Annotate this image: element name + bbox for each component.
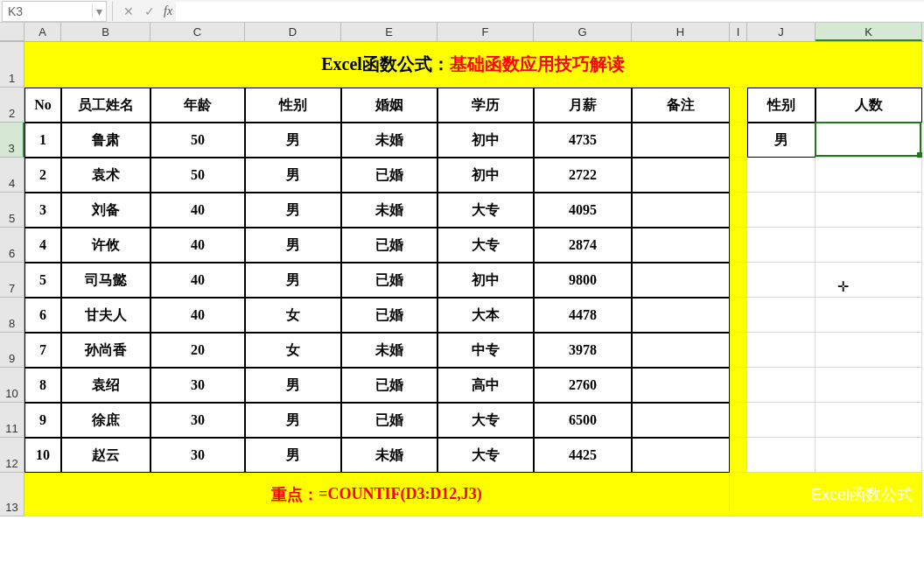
cell-E5[interactable]: 未婚 <box>341 193 438 228</box>
cell-B8[interactable]: 甘夫人 <box>61 298 150 333</box>
cell-E8[interactable]: 已婚 <box>341 298 438 333</box>
col-header-K[interactable]: K <box>816 23 922 41</box>
cell-A11[interactable]: 9 <box>24 403 61 438</box>
cell-E3[interactable]: 未婚 <box>341 123 438 158</box>
cell-K8[interactable] <box>816 298 922 333</box>
cell-B9[interactable]: 孙尚香 <box>61 333 150 368</box>
cell-E4[interactable]: 已婚 <box>341 158 438 193</box>
cell-H12[interactable] <box>632 438 730 473</box>
cell-K6[interactable] <box>816 228 922 263</box>
cell-H8[interactable] <box>632 298 730 333</box>
cell-K10[interactable] <box>816 368 922 403</box>
cell-G4[interactable]: 2722 <box>534 158 632 193</box>
cell-H6[interactable] <box>632 228 730 263</box>
cell-J3[interactable]: 男 <box>747 123 816 158</box>
cell-B7[interactable]: 司马懿 <box>61 263 150 298</box>
cell-A9[interactable]: 7 <box>24 333 61 368</box>
cell-J9[interactable] <box>747 333 816 368</box>
cell-F12[interactable]: 大专 <box>438 438 534 473</box>
col-header-D[interactable]: D <box>245 23 341 41</box>
cell-C8[interactable]: 40 <box>150 298 245 333</box>
cell-F5[interactable]: 大专 <box>438 193 534 228</box>
cell-E9[interactable]: 未婚 <box>341 333 438 368</box>
col-header-E[interactable]: E <box>341 23 438 41</box>
cell-J12[interactable] <box>747 438 816 473</box>
cell-H5[interactable] <box>632 193 730 228</box>
cell-A10[interactable]: 8 <box>24 368 61 403</box>
col-header-F[interactable]: F <box>438 23 534 41</box>
cell-A3[interactable]: 1 <box>24 123 61 158</box>
cell-B5[interactable]: 刘备 <box>61 193 150 228</box>
cell-J8[interactable] <box>747 298 816 333</box>
row-header-2[interactable]: 2 <box>0 88 24 123</box>
cell-E11[interactable]: 已婚 <box>341 403 438 438</box>
cell-H11[interactable] <box>632 403 730 438</box>
cell-G7[interactable]: 9800 <box>534 263 632 298</box>
cell-E6[interactable]: 已婚 <box>341 228 438 263</box>
cell-K11[interactable] <box>816 403 922 438</box>
cell-B6[interactable]: 许攸 <box>61 228 150 263</box>
cell-C5[interactable]: 40 <box>150 193 245 228</box>
cell-A6[interactable]: 4 <box>24 228 61 263</box>
cell-K9[interactable] <box>816 333 922 368</box>
cell-D3[interactable]: 男 <box>245 123 341 158</box>
cell-A7[interactable]: 5 <box>24 263 61 298</box>
cell-D9[interactable]: 女 <box>245 333 341 368</box>
row-header-10[interactable]: 10 <box>0 368 24 403</box>
row-header-13[interactable]: 13 <box>0 473 24 516</box>
cell-J7[interactable] <box>747 263 816 298</box>
col-header-I[interactable]: I <box>730 23 747 41</box>
cell-G9[interactable]: 3978 <box>534 333 632 368</box>
cell-D7[interactable]: 男 <box>245 263 341 298</box>
row-header-7[interactable]: 7 <box>0 263 24 298</box>
cell-E12[interactable]: 未婚 <box>341 438 438 473</box>
cell-C7[interactable]: 40 <box>150 263 245 298</box>
col-header-A[interactable]: A <box>24 23 61 41</box>
cell-H10[interactable] <box>632 368 730 403</box>
col-header-H[interactable]: H <box>632 23 730 41</box>
cell-G3[interactable]: 4735 <box>534 123 632 158</box>
cell-B12[interactable]: 赵云 <box>61 438 150 473</box>
cell-G5[interactable]: 4095 <box>534 193 632 228</box>
cell-D10[interactable]: 男 <box>245 368 341 403</box>
cell-K4[interactable] <box>816 158 922 193</box>
formula-input[interactable] <box>176 2 924 21</box>
cell-D12[interactable]: 男 <box>245 438 341 473</box>
fx-icon[interactable]: fx <box>160 4 176 18</box>
cell-C11[interactable]: 30 <box>150 403 245 438</box>
row-header-1[interactable]: 1 <box>0 42 24 88</box>
name-box-dropdown-icon[interactable]: ▾ <box>92 4 106 18</box>
cell-D8[interactable]: 女 <box>245 298 341 333</box>
select-all-corner[interactable] <box>0 23 24 41</box>
cell-A4[interactable]: 2 <box>24 158 61 193</box>
cell-H3[interactable] <box>632 123 730 158</box>
cell-K3[interactable] <box>816 123 922 158</box>
cell-D11[interactable]: 男 <box>245 403 341 438</box>
row-header-4[interactable]: 4 <box>0 158 24 193</box>
cell-H7[interactable] <box>632 263 730 298</box>
cell-C6[interactable]: 40 <box>150 228 245 263</box>
cell-F8[interactable]: 大本 <box>438 298 534 333</box>
cell-G12[interactable]: 4425 <box>534 438 632 473</box>
row-header-6[interactable]: 6 <box>0 228 24 263</box>
cell-F9[interactable]: 中专 <box>438 333 534 368</box>
cell-C12[interactable]: 30 <box>150 438 245 473</box>
cell-J5[interactable] <box>747 193 816 228</box>
col-header-G[interactable]: G <box>534 23 632 41</box>
cell-G8[interactable]: 4478 <box>534 298 632 333</box>
cell-K5[interactable] <box>816 193 922 228</box>
cell-C3[interactable]: 50 <box>150 123 245 158</box>
cell-D6[interactable]: 男 <box>245 228 341 263</box>
cell-B3[interactable]: 鲁肃 <box>61 123 150 158</box>
cell-H4[interactable] <box>632 158 730 193</box>
cell-F6[interactable]: 大专 <box>438 228 534 263</box>
cell-H9[interactable] <box>632 333 730 368</box>
cell-D4[interactable]: 男 <box>245 158 341 193</box>
cell-F4[interactable]: 初中 <box>438 158 534 193</box>
cell-B4[interactable]: 袁术 <box>61 158 150 193</box>
cell-A12[interactable]: 10 <box>24 438 61 473</box>
cell-J10[interactable] <box>747 368 816 403</box>
cell-A5[interactable]: 3 <box>24 193 61 228</box>
cell-J4[interactable] <box>747 158 816 193</box>
col-header-B[interactable]: B <box>61 23 150 41</box>
